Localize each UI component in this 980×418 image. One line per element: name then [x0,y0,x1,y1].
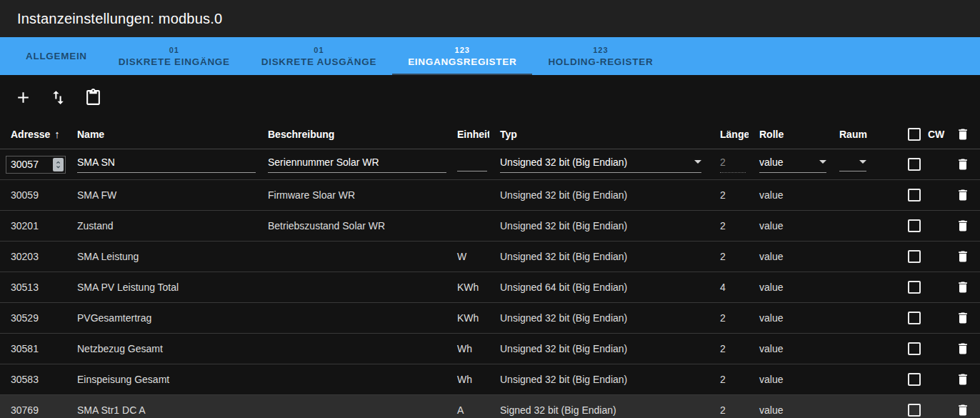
table-header: Adresse ↑ Name Beschreibung Einheit Typ … [0,119,980,149]
role-select[interactable]: value [759,249,783,264]
address-field[interactable]: 30059 [11,188,39,202]
role-select[interactable]: value [759,188,783,202]
type-select[interactable]: Unsigned 32 bit (Big Endian) [500,342,627,356]
tab-badge: 123 [593,46,608,54]
address-field[interactable]: 30529 [11,311,39,325]
cw-checkbox[interactable] [908,219,921,232]
name-field[interactable]: SMA SN [77,156,256,173]
tab-label: HOLDING-REGISTER [548,56,653,67]
delete-row-button[interactable] [956,157,970,171]
address-field[interactable]: 30057 [6,156,66,174]
tab-badge: 123 [455,46,470,54]
name-field[interactable]: SMA Leistung [77,249,139,264]
delete-row-button[interactable] [956,311,970,325]
cw-checkbox[interactable] [908,158,921,171]
tab-diskrete-ausgaenge[interactable]: 01 DISKRETE AUSGÄNGE [246,37,392,75]
column-header-name: Name [66,129,257,140]
name-field[interactable]: Zustand [77,219,114,233]
name-field[interactable]: PVGesamtertrag [77,311,151,325]
description-field[interactable]: Firmware Sloar WR [268,188,355,202]
name-field[interactable]: SMA Str1 DC A [77,403,146,417]
cw-checkbox[interactable] [908,342,921,355]
delete-row-button[interactable] [956,219,970,233]
table-row: 30529 PVGesamtertrag KWh Unsigned 32 bit… [0,303,980,334]
delete-row-button[interactable] [956,249,970,264]
address-field[interactable]: 30581 [11,342,39,356]
room-select[interactable] [839,157,866,171]
delete-row-button[interactable] [956,403,970,417]
role-select[interactable]: value [759,372,783,387]
type-select[interactable]: Signed 32 bit (Big Endian) [500,403,616,417]
trash-icon [956,311,970,325]
unit-field[interactable]: Wh [457,372,472,387]
type-select[interactable]: Unsigned 32 bit (Big Endian) [500,219,627,233]
address-field[interactable]: 30583 [11,372,39,387]
address-field[interactable]: 30203 [11,249,39,264]
delete-row-button[interactable] [956,342,970,356]
table-row: 30057 SMA SN Seriennummer Solar WR Unsig… [0,149,980,180]
name-field[interactable]: Einspeisung Gesamt [77,372,169,387]
table-row: 30513 SMA PV Leistung Total KWh Unsigned… [0,272,980,303]
address-field[interactable]: 30201 [11,219,39,233]
trash-icon [956,372,970,387]
role-select[interactable]: value [759,219,783,233]
description-field[interactable]: Seriennummer Solar WR [268,156,446,173]
delete-all-button[interactable] [956,127,970,141]
length-field: 2 [720,188,726,202]
add-row-button[interactable] [14,89,32,106]
length-field: 2 [720,342,726,356]
type-select[interactable]: Unsigned 32 bit (Big Endian) [500,188,627,202]
table-row: 30583 Einspeisung Gesamt Wh Unsigned 32 … [0,364,980,395]
role-select[interactable]: value [759,311,783,325]
type-select[interactable]: Unsigned 32 bit (Big Endian) [500,249,627,264]
address-field[interactable]: 30513 [11,280,39,294]
name-field[interactable]: SMA FW [77,188,116,202]
import-export-button[interactable] [49,89,67,106]
tab-diskrete-eingaenge[interactable]: 01 DISKRETE EINGÄNGE [103,37,246,75]
cw-checkbox[interactable] [908,373,921,386]
name-field[interactable]: Netzbezug Gesamt [77,342,163,356]
cw-checkbox[interactable] [908,312,921,324]
unit-field[interactable]: KWh [457,311,479,325]
tab-eingangsregister[interactable]: 123 EINGANGSREGISTER [392,37,532,75]
paste-button[interactable] [84,89,102,106]
title-bar: Instanzeinstellungen: modbus.0 [0,0,980,37]
type-select[interactable]: Unsigned 32 bit (Big Endian) [500,372,627,387]
unit-field[interactable]: A [457,403,464,417]
column-header-rolle: Rolle [749,129,829,140]
role-select[interactable]: value [759,403,783,417]
column-header-adresse[interactable]: Adresse ↑ [0,128,66,140]
delete-row-button[interactable] [956,280,970,294]
address-field[interactable]: 30769 [11,403,39,417]
column-header-beschreibung: Beschreibung [257,129,446,140]
unit-field[interactable] [457,157,487,171]
unit-field[interactable]: Wh [457,342,472,356]
delete-row-button[interactable] [956,372,970,387]
type-select[interactable]: Unsigned 32 bit (Big Endian) [500,311,627,325]
delete-row-button[interactable] [956,188,970,202]
plus-icon [14,89,32,106]
trash-icon [956,403,970,417]
unit-field[interactable]: W [457,249,466,264]
name-field[interactable]: SMA PV Leistung Total [77,280,179,294]
role-select[interactable]: value [759,280,783,294]
cw-checkbox[interactable] [908,404,921,417]
unit-field[interactable]: KWh [457,280,479,294]
column-header-einheit: Einheit [446,129,489,140]
cw-checkbox[interactable] [908,189,921,201]
length-field: 2 [720,372,726,387]
cw-checkbox[interactable] [908,250,921,263]
tab-holding-register[interactable]: 123 HOLDING-REGISTER [532,37,669,75]
tab-label: ALLGEMEIN [26,51,87,61]
type-select[interactable]: Unsigned 64 bit (Big Endian) [500,280,627,294]
description-field[interactable]: Betriebszustand Solar WR [268,219,385,233]
number-stepper-icon[interactable] [53,158,64,171]
trash-icon [956,249,970,264]
tab-allgemein[interactable]: ALLGEMEIN [10,37,103,75]
cw-checkbox[interactable] [908,281,921,294]
role-select[interactable]: value [759,156,826,173]
instance-settings-window: Instanzeinstellungen: modbus.0 ALLGEMEIN… [0,0,980,418]
role-select[interactable]: value [759,342,783,356]
select-all-cw-checkbox[interactable] [908,128,921,141]
type-select[interactable]: Unsigned 32 bit (Big Endian) [500,156,701,173]
